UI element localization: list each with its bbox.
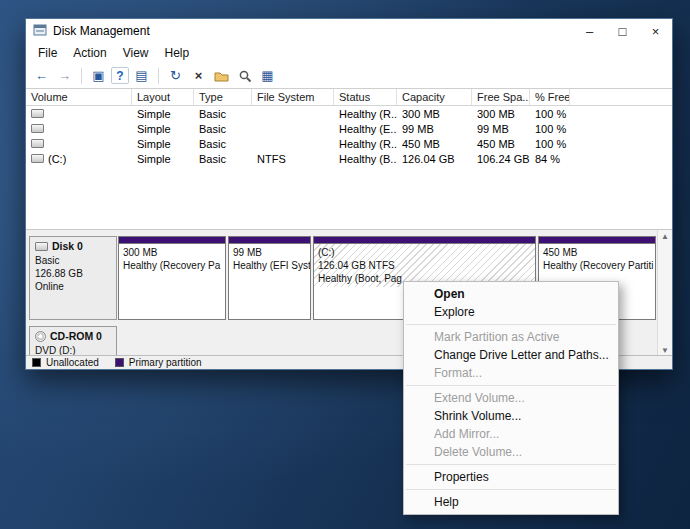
- volume-type: Basic: [194, 138, 252, 150]
- volume-status: Healthy (B...: [334, 153, 397, 165]
- partition-size: 126.04 GB NTFS: [318, 259, 531, 272]
- menu-item-explore[interactable]: Explore: [404, 303, 618, 321]
- volume-icon: [31, 124, 44, 133]
- volume-row[interactable]: Simple Basic Healthy (R... 450 MB 450 MB…: [26, 136, 672, 151]
- volume-icon: [31, 109, 44, 118]
- menu-item-open[interactable]: Open: [404, 285, 618, 303]
- column-header-pct-free[interactable]: % Free: [530, 89, 570, 105]
- menu-item-format[interactable]: Format...: [404, 364, 618, 382]
- volume-type: Basic: [194, 108, 252, 120]
- window-title: Disk Management: [53, 24, 150, 38]
- disk0-type: Basic: [35, 254, 111, 267]
- find-icon[interactable]: [234, 66, 255, 86]
- legend-unallocated: Unallocated: [32, 357, 99, 368]
- volume-pct-free: 100 %: [530, 108, 570, 120]
- volume-list: Volume Layout Type File System Status Ca…: [26, 89, 672, 229]
- menu-item-help[interactable]: Help: [404, 493, 618, 511]
- primary-partition-swatch: [115, 358, 124, 367]
- show-console-tree-icon[interactable]: ▣: [88, 66, 109, 86]
- export-list-icon[interactable]: ▤: [131, 66, 152, 86]
- menu-item-add-mirror[interactable]: Add Mirror...: [404, 425, 618, 443]
- volume-capacity: 300 MB: [397, 108, 472, 120]
- volume-free-space: 300 MB: [472, 108, 530, 120]
- menu-action[interactable]: Action: [65, 44, 114, 62]
- menu-help[interactable]: Help: [157, 44, 198, 62]
- disk0-size: 126.88 GB: [35, 267, 111, 280]
- scroll-down-icon[interactable]: ▼: [661, 346, 669, 355]
- column-header-volume[interactable]: Volume: [26, 89, 132, 105]
- volume-type: Basic: [194, 153, 252, 165]
- volume-icon: [31, 139, 44, 148]
- menu-separator: [406, 385, 616, 386]
- volume-icon: [31, 154, 44, 163]
- partition-status: Healthy (EFI Syst: [233, 259, 306, 272]
- volume-layout: Simple: [132, 108, 194, 120]
- volume-row-c-drive[interactable]: (C:) Simple Basic NTFS Healthy (B... 126…: [26, 151, 672, 166]
- refresh-icon[interactable]: ↻: [165, 66, 186, 86]
- disk-management-icon: [33, 23, 47, 40]
- open-folder-icon[interactable]: [211, 66, 232, 86]
- toolbar-separator: [158, 68, 159, 84]
- minimize-button[interactable]: –: [573, 19, 606, 43]
- delete-icon[interactable]: ×: [188, 66, 209, 86]
- primary-partition-strip: [314, 237, 535, 244]
- volume-layout: Simple: [132, 138, 194, 150]
- volume-free-space: 99 MB: [472, 123, 530, 135]
- toolbar: ← → ▣ ? ▤ ↻ × ▦: [26, 63, 672, 89]
- volume-pct-free: 100 %: [530, 138, 570, 150]
- primary-partition-strip: [539, 237, 655, 244]
- close-button[interactable]: ×: [639, 19, 672, 43]
- disk-icon: [35, 242, 48, 251]
- column-header-file-system[interactable]: File System: [252, 89, 334, 105]
- volume-capacity: 126.04 GB: [397, 153, 472, 165]
- column-header-status[interactable]: Status: [334, 89, 397, 105]
- menu-item-shrink-volume[interactable]: Shrink Volume...: [404, 407, 618, 425]
- forward-icon[interactable]: →: [54, 66, 75, 86]
- partition-size: 99 MB: [233, 246, 306, 259]
- volume-layout: Simple: [132, 123, 194, 135]
- column-header-filler: [570, 89, 672, 105]
- volume-free-space: 450 MB: [472, 138, 530, 150]
- cdrom-label-panel[interactable]: CD-ROM 0 DVD (D:): [29, 326, 117, 356]
- scroll-up-icon[interactable]: ▲: [661, 232, 669, 241]
- context-menu: Open Explore Mark Partition as Active Ch…: [403, 281, 619, 515]
- partition-label: (C:): [318, 246, 531, 259]
- cd-icon: [35, 331, 46, 342]
- menu-item-mark-partition-active[interactable]: Mark Partition as Active: [404, 328, 618, 346]
- volume-capacity: 99 MB: [397, 123, 472, 135]
- disk0-label-panel[interactable]: Disk 0 Basic 126.88 GB Online: [29, 236, 117, 320]
- volume-pct-free: 84 %: [530, 153, 570, 165]
- column-header-layout[interactable]: Layout: [132, 89, 194, 105]
- legend-primary-partition: Primary partition: [115, 357, 202, 368]
- volume-name: (C:): [48, 153, 66, 165]
- maximize-button[interactable]: □: [606, 19, 639, 43]
- volume-capacity: 450 MB: [397, 138, 472, 150]
- menu-separator: [406, 464, 616, 465]
- partition-status: Healthy (Recovery Partiti: [543, 259, 651, 272]
- help-icon[interactable]: ?: [111, 67, 129, 84]
- volume-status: Healthy (E...: [334, 123, 397, 135]
- volume-row[interactable]: Simple Basic Healthy (R... 300 MB 300 MB…: [26, 106, 672, 121]
- volume-layout: Simple: [132, 153, 194, 165]
- unallocated-swatch: [32, 358, 41, 367]
- menu-view[interactable]: View: [115, 44, 157, 62]
- menu-item-change-drive-letter[interactable]: Change Drive Letter and Paths...: [404, 346, 618, 364]
- vertical-scrollbar[interactable]: ▲ ▼: [657, 230, 672, 357]
- properties-icon[interactable]: ▦: [257, 66, 278, 86]
- column-header-type[interactable]: Type: [194, 89, 252, 105]
- volume-row[interactable]: Simple Basic Healthy (E... 99 MB 99 MB 1…: [26, 121, 672, 136]
- menu-item-extend-volume[interactable]: Extend Volume...: [404, 389, 618, 407]
- primary-partition-strip: [119, 237, 225, 244]
- titlebar[interactable]: Disk Management – □ ×: [26, 19, 672, 43]
- back-icon[interactable]: ←: [31, 66, 52, 86]
- menubar: File Action View Help: [26, 43, 672, 63]
- menu-item-properties[interactable]: Properties: [404, 468, 618, 486]
- volume-pct-free: 100 %: [530, 123, 570, 135]
- partition-efi[interactable]: 99 MB Healthy (EFI Syst: [228, 236, 311, 320]
- legend-label: Primary partition: [129, 357, 202, 368]
- menu-item-delete-volume[interactable]: Delete Volume...: [404, 443, 618, 461]
- menu-file[interactable]: File: [30, 44, 65, 62]
- column-header-free-space[interactable]: Free Spa...: [472, 89, 530, 105]
- partition-recovery-1[interactable]: 300 MB Healthy (Recovery Pa: [118, 236, 226, 320]
- column-header-capacity[interactable]: Capacity: [397, 89, 472, 105]
